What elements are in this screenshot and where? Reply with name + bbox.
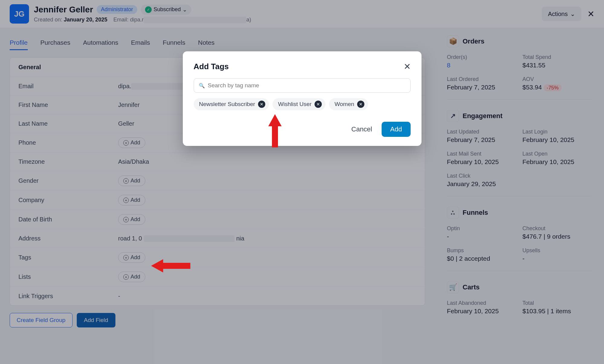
modal-add-button[interactable]: Add xyxy=(382,122,410,137)
tag-chip: Wishlist User✕ xyxy=(273,98,325,110)
modal-close-button[interactable]: ✕ xyxy=(404,62,411,72)
search-icon: 🔍 xyxy=(199,83,205,89)
modal-title: Add Tags xyxy=(194,62,229,71)
modal-overlay: Add Tags ✕ 🔍 Newsletter Subscriber✕ Wish… xyxy=(0,0,604,364)
tag-search-box[interactable]: 🔍 xyxy=(194,78,411,93)
remove-tag-button[interactable]: ✕ xyxy=(315,101,322,108)
remove-tag-button[interactable]: ✕ xyxy=(258,101,265,108)
tag-chip-label: Wishlist User xyxy=(278,101,312,108)
tag-chip-label: Newsletter Subscriber xyxy=(199,101,255,108)
modal-cancel-button[interactable]: Cancel xyxy=(347,122,376,137)
add-tags-modal: Add Tags ✕ 🔍 Newsletter Subscriber✕ Wish… xyxy=(183,51,422,146)
tag-search-input[interactable] xyxy=(208,82,405,89)
tag-chip-label: Women xyxy=(334,101,354,108)
tag-chip: Newsletter Subscriber✕ xyxy=(194,98,269,110)
remove-tag-button[interactable]: ✕ xyxy=(357,101,364,108)
tag-chip: Women✕ xyxy=(329,98,368,110)
